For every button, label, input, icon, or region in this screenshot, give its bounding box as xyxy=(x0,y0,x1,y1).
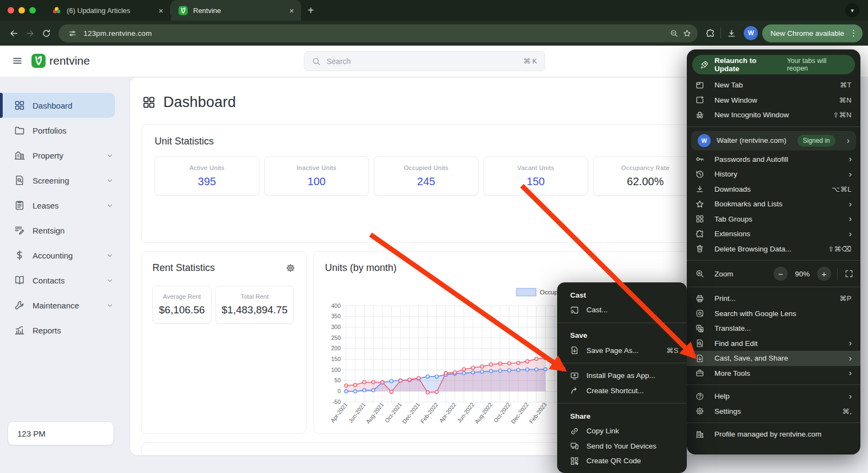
wrench-icon xyxy=(14,300,25,311)
company-switcher[interactable]: 123 PM xyxy=(8,421,114,445)
sidebar-item-dashboard[interactable]: Dashboard xyxy=(0,93,115,118)
menu-item-create-qr-code[interactable]: Create QR Code xyxy=(557,453,687,469)
sidebar-item-leases[interactable]: Leases xyxy=(0,193,122,218)
fullscreen-icon[interactable] xyxy=(845,269,853,278)
reload-icon[interactable] xyxy=(38,25,54,41)
menu-item-downloads[interactable]: Downloads ⌥⌘L xyxy=(687,182,860,197)
sidebar-item-reports[interactable]: Reports xyxy=(0,318,122,343)
chevron-down-icon xyxy=(106,152,113,159)
relaunch-to-update-button[interactable]: Relaunch to Update Your tabs will reopen xyxy=(692,55,855,74)
menu-item-help[interactable]: Help › xyxy=(687,389,860,404)
svg-text:Aug-2022: Aug-2022 xyxy=(473,401,494,425)
svg-text:300: 300 xyxy=(331,324,341,330)
menu-item-extensions[interactable]: Extensions › xyxy=(687,226,860,242)
tab-rentvine[interactable]: Rentvine × xyxy=(171,0,301,21)
svg-text:100: 100 xyxy=(331,367,341,373)
gear-icon[interactable] xyxy=(286,263,295,273)
rentvine-logo-icon xyxy=(31,54,46,68)
hamburger-menu-icon[interactable] xyxy=(12,55,23,66)
menu-item-profile[interactable]: W Walter (rentvine.com) Signed in › xyxy=(691,131,856,150)
close-tab-icon[interactable]: × xyxy=(286,6,297,15)
menu-item-translate[interactable]: Translate... xyxy=(687,321,860,336)
rent-statistics-title: Rent Statistics xyxy=(152,262,215,274)
menu-item-tab-groups[interactable]: Tab Groups › xyxy=(687,212,860,227)
updating-articles-favicon xyxy=(52,6,61,15)
menu-item-new-incognito-window[interactable]: New Incognito Window ⇧⌘N xyxy=(687,108,860,123)
help-icon xyxy=(695,392,704,401)
site-settings-icon[interactable] xyxy=(66,27,79,40)
create-shortcut-icon xyxy=(570,386,579,395)
menu-item-bookmarks-and-lists[interactable]: Bookmarks and Lists › xyxy=(687,197,860,212)
sidebar: Dashboard Portfolios Property Screening … xyxy=(0,77,122,473)
sidebar-item-contacts[interactable]: Contacts xyxy=(0,268,122,293)
menu-item-delete-browsing-data[interactable]: Delete Browsing Data... ⇧⌘⌫ xyxy=(687,242,860,257)
profile-avatar[interactable]: W xyxy=(744,26,758,40)
sidebar-item-accounting[interactable]: Accounting xyxy=(0,243,122,268)
signature-icon xyxy=(14,225,25,236)
menu-item-send-to-your-devices[interactable]: Send to Your Devices xyxy=(557,439,687,454)
menu-shortcut: ⌘S xyxy=(666,346,679,355)
menu-item-label: Install Page as App... xyxy=(586,371,679,380)
zoom-decrease-button[interactable]: − xyxy=(774,267,788,281)
menu-divider xyxy=(687,287,860,287)
zoom-in-icon xyxy=(695,269,704,278)
menu-item-new-tab[interactable]: New Tab ⌘T xyxy=(687,78,860,93)
menu-item-label: Send to Your Devices xyxy=(586,442,679,450)
url-bar[interactable]: 123pm.rentvine.com xyxy=(59,24,698,42)
sidebar-item-maintenance[interactable]: Maintenance xyxy=(0,293,122,318)
menu-item-cast-save-and-share[interactable]: Cast, Save, and Share › xyxy=(687,351,860,366)
svg-text:50: 50 xyxy=(334,377,341,383)
zoom-increase-button[interactable]: + xyxy=(817,267,831,281)
menu-item-cast[interactable]: Cast... xyxy=(557,302,687,318)
chevron-down-icon xyxy=(106,252,113,259)
chevron-right-icon: › xyxy=(849,200,852,209)
menu-item-copy-link[interactable]: Copy Link xyxy=(557,424,687,439)
lens-icon xyxy=(695,309,704,318)
menu-item-label: New Incognito Window xyxy=(714,111,827,119)
sidebar-item-rentsign[interactable]: Rentsign xyxy=(0,218,122,243)
maximize-window-button[interactable] xyxy=(29,7,36,14)
sidebar-item-label: Reports xyxy=(33,326,113,335)
stat-card-vacant-units: Vacant Units 150 xyxy=(483,156,588,195)
menu-item-more-tools[interactable]: More Tools › xyxy=(687,366,860,381)
zoom-out-page-icon[interactable] xyxy=(667,27,680,40)
sidebar-item-portfolios[interactable]: Portfolios xyxy=(0,118,122,143)
menu-item-install-page-as-app[interactable]: Install Page as App... xyxy=(557,368,687,383)
close-window-button[interactable] xyxy=(8,7,14,14)
tab-updating-articles[interactable]: (6) Updating Articles × xyxy=(44,0,170,21)
menu-item-settings[interactable]: Settings ⌘, xyxy=(687,404,860,419)
new-tab-button[interactable]: + xyxy=(308,4,314,17)
bookmark-star-icon[interactable] xyxy=(680,27,693,40)
tab-search-chevron-icon[interactable]: ▾ xyxy=(845,3,859,17)
downloads-icon[interactable] xyxy=(723,25,739,41)
rentvine-favicon xyxy=(178,6,188,15)
sidebar-item-screening[interactable]: Screening xyxy=(0,168,122,193)
menu-item-find-and-edit[interactable]: Find and Edit › xyxy=(687,336,860,351)
chevron-down-icon xyxy=(106,302,113,309)
menu-item-passwords-and-autofill[interactable]: Passwords and Autofill › xyxy=(687,152,860,167)
sidebar-item-label: Rentsign xyxy=(33,226,113,235)
close-tab-icon[interactable]: × xyxy=(156,6,166,15)
back-icon[interactable] xyxy=(5,25,22,41)
menu-item-history[interactable]: History › xyxy=(687,167,860,182)
forward-icon[interactable] xyxy=(22,25,38,41)
menu-item-save-page-as[interactable]: Save Page As... ⌘S xyxy=(557,343,687,358)
menu-item-search-with-google-lens[interactable]: Search with Google Lens xyxy=(687,306,860,321)
rentvine-logo[interactable]: rentvine xyxy=(31,54,90,68)
sidebar-item-property[interactable]: Property xyxy=(0,143,122,168)
key-icon xyxy=(695,155,704,163)
extensions-icon[interactable] xyxy=(702,25,718,41)
menu-item-print[interactable]: Print... ⌘P xyxy=(687,291,860,306)
stat-card-occupancy-rate: Occupancy Rate 62.00% xyxy=(593,156,698,195)
menu-item-new-window[interactable]: New Window ⌘N xyxy=(687,93,860,108)
search-input[interactable]: Search ⌘ K xyxy=(304,51,545,71)
stat-card-inactive-units: Inactive Units 100 xyxy=(264,156,369,195)
chevron-down-icon xyxy=(106,177,113,184)
menu-item-label: Bookmarks and Lists xyxy=(714,200,844,208)
menu-kebab-icon[interactable]: ⋮ xyxy=(850,28,858,38)
menu-item-profile-managed-by-rentvine-com[interactable]: Profile managed by rentvine.com xyxy=(687,427,860,442)
new-chrome-available-button[interactable]: New Chrome available ⋮ xyxy=(762,24,863,42)
minimize-window-button[interactable] xyxy=(18,7,25,14)
menu-item-label: Cast... xyxy=(586,306,679,314)
menu-item-create-shortcut[interactable]: Create Shortcut... xyxy=(557,383,687,399)
